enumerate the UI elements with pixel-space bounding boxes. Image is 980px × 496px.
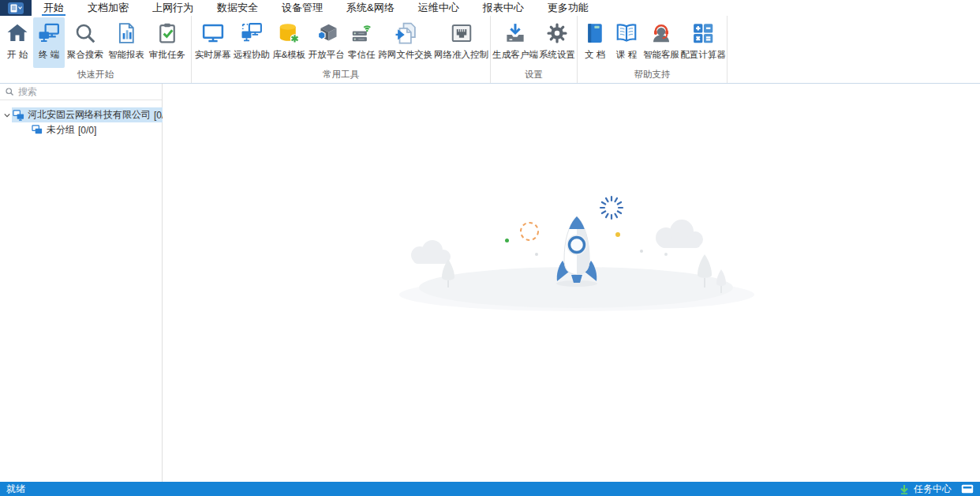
ribbon-item-start[interactable]: 开 始 <box>2 17 33 68</box>
tree-item-label: 河北安固云网络科技有限公司 <box>28 108 151 122</box>
ribbon-item-courses[interactable]: 课 程 <box>611 17 642 68</box>
tab-doc-encryption[interactable]: 文档加密 <box>76 0 140 16</box>
ribbon-item-label: 智能报表 <box>108 49 144 61</box>
app-menu-button[interactable] <box>0 0 32 16</box>
status-bar: 就绪 任务中心 <box>0 482 980 496</box>
ribbon-toolbar: 开 始 终 端 聚合搜索 <box>0 16 980 84</box>
computer-group-icon <box>13 110 24 121</box>
device-tree-sidebar: 河北安固云网络科技有限公司 [0/0] 未分组 [0/0] <box>0 84 163 482</box>
remote-desktop-icon <box>238 20 265 47</box>
ribbon-item-label: 文 档 <box>585 49 605 61</box>
ribbon-item-approval-tasks[interactable]: 审批任务 <box>147 17 188 68</box>
rocket-illustration <box>552 215 602 287</box>
book-icon <box>582 20 608 47</box>
app-menu-icon <box>8 2 24 14</box>
ribbon-item-system-settings[interactable]: 系统设置 <box>538 17 576 68</box>
ribbon-item-remote-assist[interactable]: 远程协助 <box>232 17 271 68</box>
ribbon-item-label: 终 端 <box>39 49 59 61</box>
ribbon-item-realtime-screen[interactable]: 实时屏幕 <box>193 17 232 68</box>
dot-decoration <box>535 253 538 256</box>
headset-agent-icon <box>648 20 675 47</box>
ribbon-item-aggregate-search[interactable]: 聚合搜索 <box>65 17 106 68</box>
ribbon-item-label: 零信任 <box>348 49 376 61</box>
cube-icon <box>313 20 340 47</box>
ribbon-item-network-access-control[interactable]: 网络准入控制 <box>433 17 489 68</box>
ribbon-item-cross-network-file-exchange[interactable]: 跨网文件交换 <box>377 17 433 68</box>
ribbon-item-label: 系统设置 <box>539 49 575 61</box>
open-book-icon <box>613 20 640 47</box>
tab-device-management[interactable]: 设备管理 <box>270 0 335 16</box>
tab-ops-center[interactable]: 运维中心 <box>406 0 471 16</box>
ribbon-item-open-platform[interactable]: 开放平台 <box>307 17 346 68</box>
ribbon-item-label: 聚合搜索 <box>67 49 103 61</box>
sidebar-search-bar <box>0 84 162 100</box>
ribbon-item-label: 审批任务 <box>149 49 185 61</box>
computer-icon <box>32 125 43 136</box>
ribbon-item-label: 跨网文件交换 <box>378 49 432 61</box>
ribbon-item-label: 网络准入控制 <box>434 49 488 61</box>
ribbon-item-zero-trust[interactable]: 零信任 <box>346 17 377 68</box>
chevron-down-icon[interactable] <box>2 113 12 118</box>
device-tree: 河北安固云网络科技有限公司 [0/0] 未分组 [0/0] <box>0 100 162 137</box>
calculator-icon <box>690 20 716 47</box>
ribbon-group-common-tools: 实时屏幕 远程协助 库&模板 <box>192 16 491 83</box>
search-icon <box>72 20 99 47</box>
status-text: 就绪 <box>6 483 25 496</box>
ribbon-item-label: 开放平台 <box>309 49 345 61</box>
server-wifi-icon <box>348 20 375 47</box>
download-arrow-icon <box>900 484 909 494</box>
tree-item-ungrouped[interactable]: 未分组 [0/0] <box>0 122 162 137</box>
ribbon-item-label: 实时屏幕 <box>195 49 231 61</box>
ribbon-spacer <box>728 16 980 83</box>
ribbon-item-docs[interactable]: 文 档 <box>579 17 611 68</box>
ribbon-item-config-calculator[interactable]: 配置计算器 <box>680 17 726 68</box>
tree-icon <box>440 259 456 287</box>
task-center-button[interactable]: 任务中心 <box>900 483 974 496</box>
dot-decoration <box>640 250 643 253</box>
tab-system-network[interactable]: 系统&网络 <box>335 0 406 16</box>
ribbon-item-smart-report[interactable]: 智能报表 <box>106 17 147 68</box>
ribbon-group-help-support: 文 档 课 程 智能客服 <box>578 16 728 83</box>
ribbon-group-label: 快速开始 <box>0 68 191 84</box>
ribbon-group-settings: 生成客户端 系统设置 设置 <box>491 16 578 83</box>
tab-home[interactable]: 开始 <box>32 0 76 16</box>
monitor-icon <box>200 20 226 47</box>
ribbon-item-terminal[interactable]: 终 端 <box>33 17 65 68</box>
dot-decoration <box>615 232 620 237</box>
terminal-icon <box>36 20 62 47</box>
database-icon <box>275 20 302 47</box>
ethernet-port-icon <box>448 20 475 47</box>
tree-item-count: [0/0] <box>78 125 96 136</box>
ribbon-item-label: 课 程 <box>616 49 637 61</box>
clipboard-check-icon <box>154 20 181 47</box>
file-exchange-icon <box>392 20 419 47</box>
tree-item-company-root[interactable]: 河北安固云网络科技有限公司 [0/0] <box>0 107 162 122</box>
search-icon <box>5 87 14 96</box>
ribbon-item-label: 库&模板 <box>272 49 305 61</box>
dot-decoration <box>664 253 668 256</box>
ribbon-item-label: 生成客户端 <box>492 49 538 61</box>
search-input[interactable] <box>18 86 157 97</box>
ribbon-item-library-templates[interactable]: 库&模板 <box>271 17 307 68</box>
menu-tab-bar: 开始 文档加密 上网行为 数据安全 设备管理 系统&网络 运维中心 报表中心 更… <box>0 0 980 16</box>
ribbon-item-label: 智能客服 <box>643 49 679 61</box>
ribbon-item-generate-client[interactable]: 生成客户端 <box>492 17 538 68</box>
cloud-icon <box>650 220 707 248</box>
tab-more-features[interactable]: 更多功能 <box>536 0 600 16</box>
ribbon-item-label: 配置计算器 <box>680 49 726 61</box>
task-center-label: 任务中心 <box>914 483 952 496</box>
tab-web-behavior[interactable]: 上网行为 <box>140 0 205 16</box>
tab-data-security[interactable]: 数据安全 <box>205 0 270 16</box>
tab-report-center[interactable]: 报表中心 <box>471 0 536 16</box>
gear-icon <box>544 20 570 47</box>
taskwindow-icon[interactable] <box>961 484 974 494</box>
app-window: 开始 文档加密 上网行为 数据安全 设备管理 系统&网络 运维中心 报表中心 更… <box>0 0 980 496</box>
ribbon-group-label: 帮助支持 <box>578 68 727 84</box>
download-client-icon <box>502 20 529 47</box>
ribbon-item-label: 开 始 <box>7 49 28 61</box>
ribbon-group-label: 常用工具 <box>192 68 490 84</box>
home-icon <box>4 20 31 47</box>
ribbon-item-smart-service[interactable]: 智能客服 <box>642 17 680 68</box>
ribbon-group-label: 设置 <box>491 68 577 84</box>
ribbon-group-quick-start: 开 始 终 端 聚合搜索 <box>0 16 192 83</box>
